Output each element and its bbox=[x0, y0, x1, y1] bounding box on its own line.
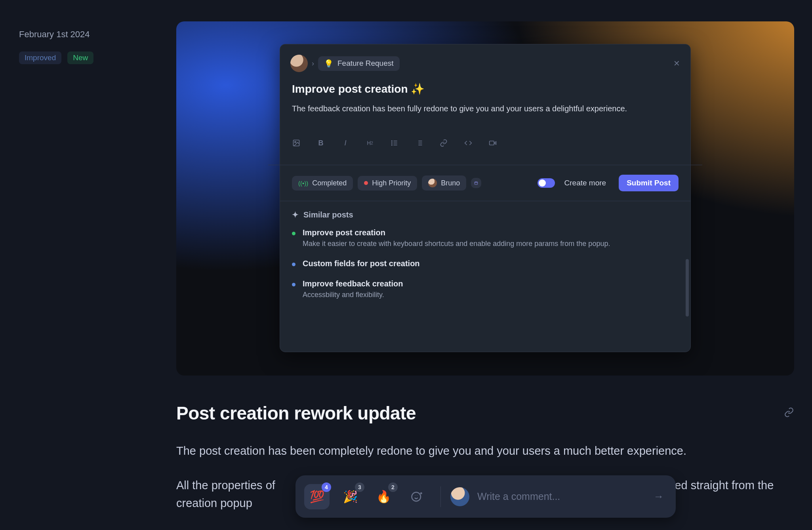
party-icon: 🎉 bbox=[343, 490, 358, 503]
add-reaction-button[interactable] bbox=[404, 484, 429, 509]
code-icon[interactable] bbox=[464, 139, 473, 147]
reaction-fire[interactable]: 🔥 2 bbox=[371, 484, 396, 509]
svg-point-6 bbox=[392, 143, 393, 143]
status-dot-icon bbox=[292, 232, 295, 235]
reaction-count: 4 bbox=[322, 482, 331, 492]
image-icon[interactable] bbox=[292, 139, 301, 147]
chevron-right-icon: › bbox=[312, 59, 314, 68]
reaction-comment-bar: 💯 4 🎉 3 🔥 2 → bbox=[295, 475, 676, 518]
post-date: February 1st 2024 bbox=[19, 29, 93, 40]
breadcrumb-label: Feature Request bbox=[337, 59, 394, 68]
svg-point-7 bbox=[392, 145, 393, 145]
similar-post-item[interactable]: Improve feedback creation Accessbility a… bbox=[292, 279, 679, 299]
scrollbar-thumb[interactable] bbox=[686, 259, 689, 316]
tag-improved: Improved bbox=[19, 51, 61, 64]
fire-icon: 🔥 bbox=[376, 490, 391, 503]
assignee-avatar-icon bbox=[428, 179, 437, 187]
priority-label: High Priority bbox=[372, 179, 411, 187]
create-more-toggle[interactable] bbox=[538, 178, 555, 188]
reaction-count: 3 bbox=[355, 482, 364, 492]
link-icon[interactable] bbox=[439, 139, 448, 147]
similar-post-title: Improve post creation bbox=[303, 228, 610, 237]
author-avatar[interactable] bbox=[290, 55, 308, 72]
reaction-party[interactable]: 🎉 3 bbox=[337, 484, 363, 509]
bold-icon[interactable]: B bbox=[316, 139, 325, 147]
status-dot-icon bbox=[292, 263, 295, 266]
heading-icon[interactable]: H2 bbox=[366, 139, 374, 147]
reaction-count: 2 bbox=[388, 482, 398, 492]
svg-point-1 bbox=[295, 141, 296, 143]
italic-icon[interactable]: I bbox=[341, 139, 350, 147]
hundred-icon: 💯 bbox=[310, 490, 324, 503]
article-heading: Post creation rework update bbox=[176, 402, 416, 424]
status-label: Completed bbox=[312, 179, 347, 187]
comment-avatar bbox=[450, 487, 469, 506]
hero-image: › 💡 Feature Request ✕ Improve post creat… bbox=[176, 21, 794, 376]
similar-heading: Similar posts bbox=[303, 210, 353, 219]
similar-post-item[interactable]: Custom fields for post creation bbox=[292, 259, 679, 268]
post-create-modal: › 💡 Feature Request ✕ Improve post creat… bbox=[280, 44, 691, 352]
lightbulb-icon: 💡 bbox=[324, 59, 334, 68]
svg-rect-13 bbox=[475, 182, 478, 185]
close-icon[interactable]: ✕ bbox=[673, 59, 680, 68]
assignee-label: Bruno bbox=[441, 179, 460, 187]
status-pill[interactable]: ((•)) Completed bbox=[292, 176, 353, 191]
numbered-list-icon[interactable] bbox=[415, 139, 423, 147]
article-paragraph: The post creation has been completely re… bbox=[176, 442, 794, 460]
broadcast-icon: ((•)) bbox=[298, 180, 308, 187]
divider bbox=[440, 486, 441, 507]
editor-toolbar: B I H2 bbox=[292, 139, 679, 156]
assignee-pill[interactable]: Bruno bbox=[422, 175, 466, 191]
comment-input[interactable] bbox=[477, 490, 650, 503]
bullet-list-icon[interactable] bbox=[390, 139, 399, 147]
priority-dot-icon bbox=[364, 181, 368, 185]
breadcrumb-pill[interactable]: 💡 Feature Request bbox=[318, 56, 400, 71]
modal-description: The feedback creation has been fully red… bbox=[292, 103, 656, 115]
modal-title: Improve post creation ✨ bbox=[292, 82, 679, 95]
similar-post-title: Improve feedback creation bbox=[303, 279, 403, 288]
similar-post-desc: Accessbility and flexibility. bbox=[303, 291, 403, 299]
svg-point-17 bbox=[412, 492, 421, 501]
submit-post-button[interactable]: Submit Post bbox=[619, 175, 679, 191]
create-more-label: Create more bbox=[564, 179, 606, 187]
calendar-button[interactable] bbox=[471, 178, 481, 188]
svg-rect-11 bbox=[490, 141, 494, 145]
tag-new: New bbox=[67, 51, 93, 64]
similar-post-title: Custom fields for post creation bbox=[303, 259, 420, 268]
send-comment-button[interactable]: → bbox=[650, 487, 667, 506]
video-icon[interactable] bbox=[488, 139, 497, 147]
priority-pill[interactable]: High Priority bbox=[358, 176, 417, 191]
sparkles-icon: ✦ bbox=[292, 210, 299, 219]
status-dot-icon bbox=[292, 283, 295, 286]
svg-point-5 bbox=[392, 141, 393, 141]
similar-post-item[interactable]: Improve post creation Make it easier to … bbox=[292, 228, 679, 248]
permalink-icon[interactable] bbox=[784, 407, 794, 419]
similar-post-desc: Make it easier to create with keyboard s… bbox=[303, 240, 610, 248]
reaction-100[interactable]: 💯 4 bbox=[304, 484, 330, 509]
